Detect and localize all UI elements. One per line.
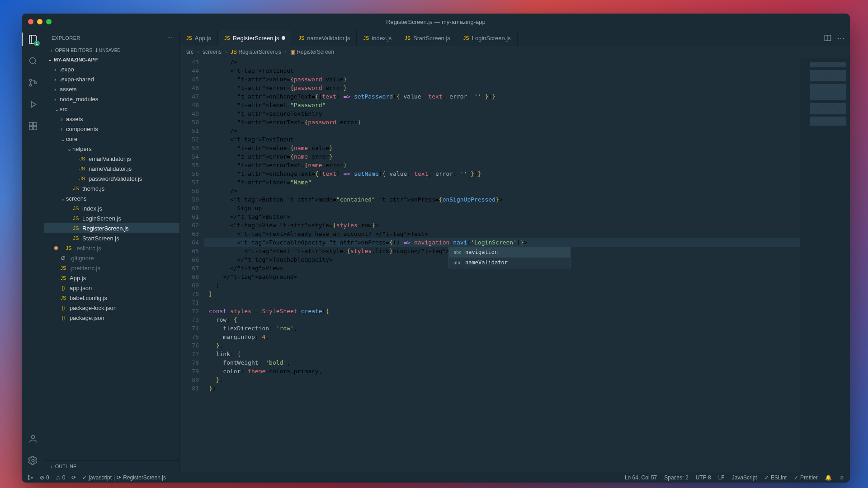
status-eslint[interactable]: ESLint [764,474,787,481]
breadcrumb-item[interactable]: JS RegisterScreen.js [231,49,281,55]
folder-item[interactable]: ⌄src [44,104,179,114]
file-item[interactable]: JSStartScreen.js [44,233,179,243]
status-lncol[interactable]: Ln 64, Col 57 [625,474,657,481]
tab-label: App.js [195,35,211,42]
close-icon[interactable] [28,19,33,24]
js-file-icon: JS [298,35,304,41]
tab-registerscreen-js[interactable]: JSRegisterScreen.js [218,30,292,46]
status-spaces[interactable]: Spaces: 2 [664,474,688,481]
tab-label: nameValidator.js [307,35,350,42]
gutter: 4344454647484950515253545556575859606162… [180,58,204,472]
minimize-icon[interactable] [37,19,42,24]
file-item[interactable]: JSnameValidator.js [44,164,179,174]
file-item[interactable]: JStheme.js [44,183,179,193]
folder-item[interactable]: ›assets [44,114,179,124]
file-item[interactable]: ∅.gitignore [44,253,179,263]
breadcrumb-item[interactable]: src [186,49,193,55]
tab-startscreen-js[interactable]: JSStartScreen.js [398,30,457,46]
file-item[interactable]: JSbabel.config.js [44,293,179,303]
file-label: App.js [70,275,86,282]
minimap[interactable] [800,58,850,472]
status-branch-icon[interactable] [27,474,33,481]
file-label: .gitignore [70,255,94,262]
breadcrumb-item[interactable]: screens [203,49,222,55]
editor[interactable]: 4344454647484950515253545556575859606162… [180,58,850,472]
file-item[interactable]: JSindex.js [44,203,179,213]
js-file-icon: JS [405,35,410,41]
account-icon[interactable] [27,433,39,445]
more-icon[interactable]: ⋯ [837,34,844,42]
titlebar: RegisterScreen.js — my-amazing-app [22,14,850,30]
file-item[interactable]: JS.prettierrc.js [44,263,179,273]
folder-item[interactable]: ›assets [44,84,179,94]
file-label: RegisterScreen.js [82,225,129,232]
tab-namevalidator-js[interactable]: JSnameValidator.js [292,30,357,46]
code-area[interactable]: /> <"t-tag">TextInput "t-attr">value={pa… [204,58,800,472]
project-section[interactable]: ⌄ MY-AMAZING-APP [44,55,179,64]
open-editors-section[interactable]: › OPEN EDITORS 1 UNSAVED [44,46,179,55]
editor-group: JSApp.jsJSRegisterScreen.jsJSnameValidat… [180,30,850,472]
statusbar: ⊘ 0 ⚠ 0 ⟳ javascript | ⟳ RegisterScreen.… [22,472,850,483]
status-prettier[interactable]: Prettier [794,474,818,481]
status-errors[interactable]: ⊘ 0 [40,474,49,481]
breadcrumb-item[interactable]: ▣ RegisterScreen [290,49,334,55]
file-item[interactable]: {}package-lock.json [44,303,179,313]
tab-app-js[interactable]: JSApp.js [180,30,218,46]
extensions-icon[interactable] [27,120,39,132]
search-icon[interactable] [27,55,39,67]
unsaved-badge: 1 UNSAVED [95,48,121,53]
svg-rect-5 [33,122,37,126]
folder-item[interactable]: ⌄screens [44,193,179,203]
breadcrumbs[interactable]: src›screens›JS RegisterScreen.js›▣ Regis… [180,46,850,58]
folder-item[interactable]: ›components [44,124,179,134]
file-item[interactable]: JSemailValidator.js [44,154,179,164]
sidebar-more-icon[interactable]: ⋯ [167,35,173,41]
file-label: node_modules [60,96,98,103]
maximize-icon[interactable] [46,19,52,24]
status-lang[interactable]: javascript | ⟳ RegisterScreen.js [82,474,166,481]
file-item[interactable]: JS.eslintrc.js [44,243,179,253]
folder-item[interactable]: ⌄core [44,134,179,144]
status-eol[interactable]: LF [718,474,725,481]
sidebar: EXPLORER ⋯ › OPEN EDITORS 1 UNSAVED ⌄ MY… [44,30,180,472]
tab-actions: ⋯ [818,30,850,46]
status-bell-icon[interactable]: 🔔 [825,474,832,481]
folder-item[interactable]: ›.expo-shared [44,74,179,84]
source-control-icon[interactable] [27,77,39,89]
file-label: helpers [72,145,92,152]
tab-loginscreen-js[interactable]: JSLoginScreen.js [457,30,518,46]
suggest-widget[interactable]: abcnavigationabcnameValidator [448,247,571,268]
file-item[interactable]: JSpasswordValidator.js [44,174,179,183]
status-encoding[interactable]: UTF-8 [696,474,711,481]
suggest-item[interactable]: abcnavigation [449,247,570,258]
project-name: MY-AMAZING-APP [54,57,98,62]
explorer-icon[interactable]: 1 [27,33,39,45]
suggest-item[interactable]: abcnameValidator [449,258,570,268]
folder-item[interactable]: ⌄helpers [44,144,179,154]
debug-icon[interactable] [27,99,39,110]
folder-item[interactable]: ›node_modules [44,94,179,104]
file-item[interactable]: JSRegisterScreen.js [44,223,179,233]
app-window: RegisterScreen.js — my-amazing-app 1 EXP… [22,14,850,483]
file-item[interactable]: JSApp.js [44,273,179,283]
js-file-icon: JS [72,215,80,222]
file-label: StartScreen.js [82,235,119,242]
outline-section[interactable]: › OUTLINE [44,460,179,472]
file-item[interactable]: JSLoginScreen.js [44,213,179,223]
js-file-icon: JS [363,35,369,41]
gear-icon[interactable] [27,455,39,466]
file-label: core [66,136,77,142]
file-item[interactable]: {}app.json [44,283,179,293]
status-sync-icon[interactable]: ⟳ [71,474,76,481]
tab-label: RegisterScreen.js [233,35,279,42]
status-feedback-icon[interactable]: ☺ [839,474,844,481]
status-mode[interactable]: JavaScript [732,474,757,481]
split-editor-icon[interactable] [824,34,832,42]
folder-item[interactable]: ›.expo [44,64,179,74]
open-editors-label: OPEN EDITORS [55,47,93,53]
file-item[interactable]: {}package.json [44,313,179,323]
status-warnings[interactable]: ⚠ 0 [56,474,66,481]
file-tree: ›.expo›.expo-shared›assets›node_modules⌄… [44,64,179,460]
tab-index-js[interactable]: JSindex.js [357,30,398,46]
js-file-icon: JS [72,205,80,212]
